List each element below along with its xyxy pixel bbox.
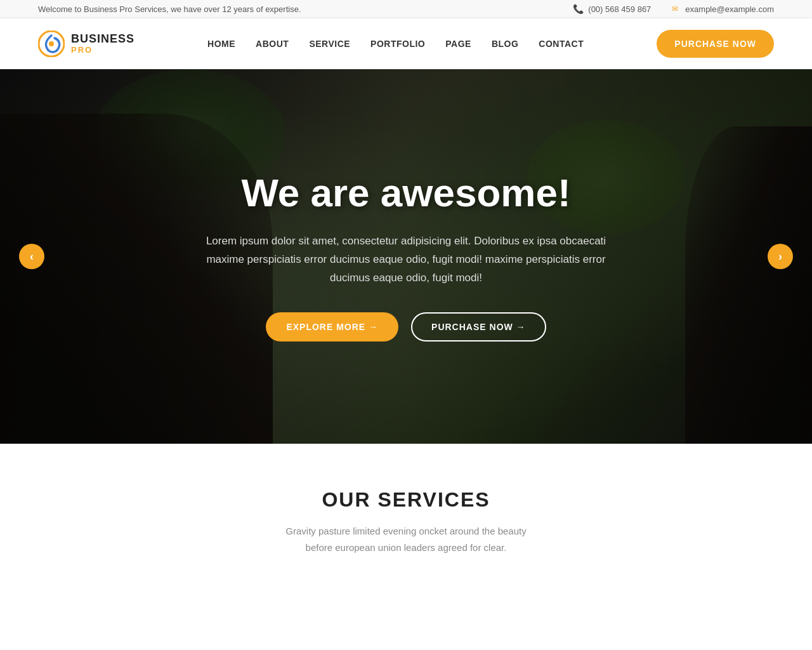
svg-point-1 [49,41,54,46]
logo-icon [38,30,65,57]
hero-buttons: EXPLORE MORE → PURCHASE NOW → [203,312,609,342]
topbar-phone: 📞 (00) 568 459 867 [573,4,651,14]
topbar-contact: 📞 (00) 568 459 867 ✉ example@example.com [573,4,774,14]
header: BUSINESS PRO HOME ABOUT SERVICE PORTFOLI… [0,18,812,69]
hero-title: We are awesome! [203,171,609,215]
email-address: example@example.com [685,4,774,14]
services-title: OUR SERVICES [38,488,774,512]
hero-prev-button[interactable]: ‹ [19,244,44,269]
purchase-nav-button[interactable]: PURCHASE NOW [657,30,774,58]
explore-more-button[interactable]: EXPLORE MORE → [266,312,398,342]
logo-text: BUSINESS PRO [71,33,134,55]
services-description: Gravity pasture limited evening oncket a… [273,523,539,555]
nav-page[interactable]: PAGE [445,39,471,49]
topbar-email: ✉ example@example.com [670,4,774,14]
hero-content: We are awesome! Lorem ipsum dolor sit am… [178,171,634,342]
topbar: Welcome to Business Pro Services, we hav… [0,0,812,18]
hero-description: Lorem ipsum dolor sit amet, consectetur … [203,232,609,288]
purchase-hero-button[interactable]: PURCHASE NOW → [411,312,546,342]
main-nav: HOME ABOUT SERVICE PORTFOLIO PAGE BLOG C… [207,39,584,49]
hero-section: ‹ We are awesome! Lorem ipsum dolor sit … [0,69,812,444]
phone-icon: 📞 [573,4,583,14]
topbar-welcome: Welcome to Business Pro Services, we hav… [38,4,301,14]
nav-home[interactable]: HOME [207,39,235,49]
logo: BUSINESS PRO [38,30,134,57]
nav-about[interactable]: ABOUT [256,39,289,49]
nav-blog[interactable]: BLOG [492,39,518,49]
email-icon: ✉ [670,4,680,14]
logo-pro: PRO [71,46,134,55]
phone-number: (00) 568 459 867 [588,4,651,14]
nav-contact[interactable]: CONTACT [539,39,584,49]
nav-portfolio[interactable]: PORTFOLIO [370,39,425,49]
logo-business: BUSINESS [71,33,134,46]
nav-service[interactable]: SERVICE [309,39,350,49]
services-section: OUR SERVICES Gravity pasture limited eve… [0,444,812,587]
hero-next-button[interactable]: › [768,244,793,269]
